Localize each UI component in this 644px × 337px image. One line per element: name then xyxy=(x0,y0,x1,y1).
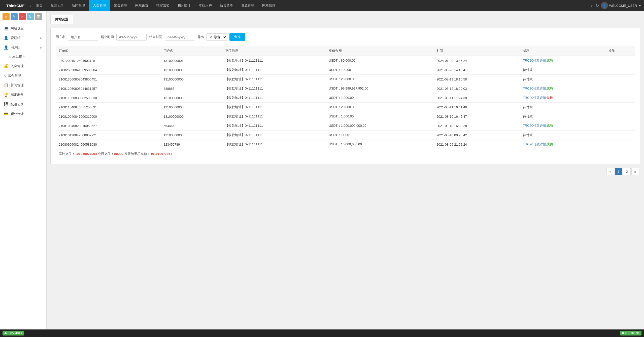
user-icon-group: 👤 xyxy=(4,45,9,50)
sidebar-item-points[interactable]: 💳 积分统计 xyxy=(0,109,46,119)
toolbar-edit-btn[interactable]: ✎ xyxy=(11,13,18,20)
nav-item-指定出奖[interactable]: 指定出奖 xyxy=(152,0,174,11)
end-time-input[interactable] xyxy=(165,34,195,40)
nav-item-投注记录[interactable]: 投注记录 xyxy=(47,0,68,11)
sidebar-item-admin-group[interactable]: 👤 管理组 ► xyxy=(0,33,46,43)
news-icon: 📋 xyxy=(4,83,9,88)
table-cell-充值信息: 【收款地址】0x11111111 xyxy=(222,93,326,103)
search-button[interactable]: 查找 xyxy=(229,33,245,41)
summary-today-label: 今日充值： xyxy=(97,152,114,156)
sidebar-item-user-group[interactable]: 👤 用户组 ► xyxy=(0,43,46,52)
user-menu[interactable]: 👤 WELCOME_USER ▼ xyxy=(601,2,641,9)
sidebar-item-prize[interactable]: 🏆 指定出奖 xyxy=(0,90,46,100)
nav-item-出金管理[interactable]: 出金管理 xyxy=(110,0,131,11)
col-header-操作: 操作 xyxy=(605,46,635,56)
table-cell-时间: 2024-01-20 13:46:24 xyxy=(433,56,520,65)
sidebar: ⌂ ✎ ✕ ↻ ☰ 💻 网站设置 👤 管理组 ► 👤 用户组 ► ▸ 本站用户 xyxy=(0,11,47,337)
table-row: 21081104084607125803113100000000【收款地址】0x… xyxy=(56,103,635,112)
nav-item-入金管理[interactable]: 入金管理 xyxy=(89,0,110,11)
table-cell-充值金额: USDT：10,000,000.00 xyxy=(326,140,433,149)
nav-item-网站信息[interactable]: 网站信息 xyxy=(258,0,279,11)
sidebar-item-deposit[interactable]: 💰 入金管理 xyxy=(0,61,46,71)
summary-search-value: 101010077964 xyxy=(150,152,172,156)
pagination-page-2[interactable]: 2 xyxy=(623,168,631,175)
table-cell-status: TRC20付款详情失败 xyxy=(520,93,605,103)
col-header-订单ID: 订单ID xyxy=(56,46,160,56)
sidebar-toolbar: ⌂ ✎ ✕ ↻ ☰ xyxy=(0,11,46,22)
toolbar-home-btn[interactable]: ⌂ xyxy=(3,13,10,20)
table-cell-充值信息: 【收款地址】0x11111111 xyxy=(222,75,326,84)
pagination-prev[interactable]: « xyxy=(606,168,614,175)
status-link[interactable]: TRC20付款详情 xyxy=(523,59,546,62)
nav-item-资源管理[interactable]: 资源管理 xyxy=(237,0,258,11)
table-cell-action xyxy=(605,140,635,149)
table-cell-充值金额: USDT：20,000.00 xyxy=(326,75,433,84)
table-cell-status: 待付款 xyxy=(520,65,605,75)
username-input[interactable] xyxy=(68,34,98,40)
table-cell-用户名: 13100000000 xyxy=(160,65,222,75)
export-select[interactable]: 不导出导出 xyxy=(207,33,227,41)
table-cell-订单ID: 210812060803014631257 xyxy=(56,84,160,93)
sidebar-item-news[interactable]: 📋 新闻管理 xyxy=(0,80,46,90)
tab-website-settings[interactable]: 网站设置 xyxy=(50,15,73,24)
nav-item-后台菜单[interactable]: 后台菜单 xyxy=(216,0,237,11)
pagination-next[interactable]: » xyxy=(631,168,639,175)
summary-cumulative-value: 101010077964 xyxy=(75,152,97,156)
sidebar-item-label: 用户组 xyxy=(11,45,38,50)
toolbar-menu-btn[interactable]: ☰ xyxy=(35,13,42,20)
table-row: 210812060803014631257888888【收款地址】0x11111… xyxy=(56,84,635,93)
status-success-label: 成功 xyxy=(546,142,553,146)
toolbar-delete-btn[interactable]: ✕ xyxy=(19,13,26,20)
toolbar-refresh-btn[interactable]: ↻ xyxy=(27,13,34,20)
sidebar-item-bet-record[interactable]: 💾 投注记录 xyxy=(0,100,46,109)
table-cell-用户名: 123456789 xyxy=(160,140,222,149)
status-link[interactable]: TRC20付款详情 xyxy=(523,96,546,100)
pagination-page-1[interactable]: 1 xyxy=(615,168,622,175)
pagination: «12» xyxy=(50,164,640,177)
status-dot-right xyxy=(622,332,624,334)
chevron-right-icon: ► xyxy=(40,36,43,39)
nav-next-arrow[interactable]: › xyxy=(590,4,594,8)
table-cell-时间: 2021-08-10 00:25:42 xyxy=(433,131,520,140)
nav-item-积分统计[interactable]: 积分统计 xyxy=(174,0,195,11)
nav-item-网站设置[interactable]: 网站设置 xyxy=(131,0,152,11)
sidebar-item-label: 积分统计 xyxy=(11,112,24,116)
sidebar-item-site-users[interactable]: ▸ 本站用户 xyxy=(0,52,46,61)
table-cell-status: TRC20付款详情成功 xyxy=(520,56,605,65)
export-label: 导出 xyxy=(197,35,204,39)
status-link[interactable]: TRC20付款详情 xyxy=(523,87,546,90)
summary-search-label: 搜索结果总充值： xyxy=(123,152,151,156)
status-link[interactable]: TRC20付款详情 xyxy=(523,124,546,128)
status-success-label: 成功 xyxy=(546,87,553,90)
nav-right: › ↻ 👤 WELCOME_USER ▼ xyxy=(590,2,641,9)
table-cell-充值信息: 【收款地址】0x11111111 xyxy=(222,140,326,149)
table-row: 21081105083808259933013100000000【收款地址】0x… xyxy=(56,93,635,103)
table-cell-充值信息: 【收款地址】0x11111111 xyxy=(222,112,326,121)
table-cell-时间: 2021-08-10 16:08:28 xyxy=(433,121,520,131)
table-cell-用户名: 13100000000 xyxy=(160,75,222,84)
nav-prev-arrow[interactable]: ‹ xyxy=(28,4,32,8)
table-cell-时间: 2021-08-10 16:46:47 xyxy=(433,112,520,121)
nav-item-主页[interactable]: 主页 xyxy=(32,0,47,11)
table-cell-充值信息: 【收款地址】0x11111111 xyxy=(222,65,326,75)
start-time-label: 起止时间 xyxy=(101,35,114,39)
table-cell-订单ID: 210811040846071258031 xyxy=(56,103,160,112)
table-cell-status: 待付款 xyxy=(520,103,605,112)
nav-item-本站用户[interactable]: 本站用户 xyxy=(195,0,216,11)
table-cell-action xyxy=(605,56,635,65)
col-header-时间: 时间 xyxy=(433,46,520,56)
start-time-input[interactable] xyxy=(116,34,147,40)
table-cell-充值金额: USDT：1,000.00 xyxy=(326,93,433,103)
table-cell-订单ID: 210826020841069508604 xyxy=(56,65,160,75)
table-cell-用户名: 13100000000 xyxy=(160,93,222,103)
table-cell-订单ID: 210809090824060581080 xyxy=(56,140,160,149)
sidebar-item-website-settings[interactable]: 💻 网站设置 xyxy=(0,24,46,33)
sidebar-item-withdrawal[interactable]: $ 出金管理 xyxy=(0,71,46,80)
status-link[interactable]: TRC20付款详情 xyxy=(523,142,546,146)
refresh-icon[interactable]: ↻ xyxy=(596,3,599,8)
nav-item-新闻管理[interactable]: 新闻管理 xyxy=(68,0,89,11)
monitor-icon: 💻 xyxy=(4,26,9,31)
main-content: 网站设置 用户名 起止时间 结束时间 导出 不导出导出 查找 订单ID用户名充值… xyxy=(47,11,644,337)
table-cell-充值金额: USDT：99,999,997,952.00 xyxy=(326,84,433,93)
brand-logo: ThinkCMF xyxy=(3,4,28,8)
